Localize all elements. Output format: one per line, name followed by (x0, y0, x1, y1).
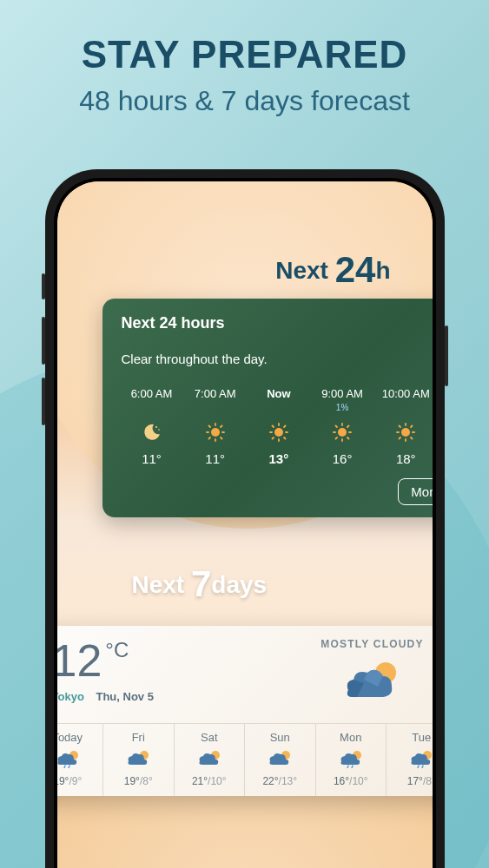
cloud-rain-icon (408, 749, 432, 768)
phone-button (42, 378, 45, 425)
svg-point-11 (274, 428, 283, 437)
label-prefix: Next (132, 571, 191, 598)
date-label: Thu, Nov 5 (96, 690, 153, 703)
svg-line-59 (422, 766, 423, 768)
hero-title: STAY PREPARED (0, 0, 489, 76)
cloud-sun-icon (338, 657, 407, 709)
hour-temp: 16° (333, 451, 353, 466)
svg-point-0 (155, 426, 157, 428)
svg-point-1 (158, 429, 160, 431)
card-title: Next 24 hours (122, 314, 433, 332)
phone-button (445, 326, 448, 386)
hour-column[interactable]: Now13° (248, 387, 309, 466)
city-label: Tokyo (57, 690, 84, 703)
temp-value: 12 (57, 635, 102, 686)
svg-point-20 (338, 428, 347, 437)
svg-line-27 (336, 437, 338, 439)
precip-pct: 1% (336, 403, 348, 413)
next-7days-heading: Next 7days (132, 563, 268, 605)
location-row: Tokyo Thu, Nov 5 (57, 690, 307, 703)
day-temp: 17°/8° (387, 775, 433, 787)
moon-icon (142, 422, 162, 443)
svg-line-26 (347, 437, 349, 439)
day-column[interactable]: Mon16°/10° (316, 724, 387, 796)
svg-line-36 (400, 437, 401, 439)
hour-column[interactable]: 7:00 AM11° (185, 387, 246, 466)
svg-line-50 (69, 766, 69, 768)
day-temp: 19°/9° (57, 775, 103, 787)
current-temperature: 12°C (57, 638, 307, 683)
svg-line-56 (352, 766, 353, 768)
next-24h-heading: Next 24h (275, 249, 390, 291)
svg-line-35 (411, 437, 413, 439)
svg-line-9 (208, 437, 210, 439)
daily-forecast-card[interactable]: 12°C Tokyo Thu, Nov 5 MOSTLY CLOUDY (57, 626, 433, 796)
svg-line-55 (347, 766, 348, 768)
cloud-sun-icon (196, 749, 222, 768)
svg-line-19 (284, 426, 286, 428)
cloud-rain-icon (338, 749, 364, 768)
day-name: Today (57, 731, 103, 744)
more-detail-button[interactable]: More detail > (398, 478, 432, 505)
phone-button (42, 273, 45, 299)
label-suffix: days (211, 571, 267, 598)
svg-line-7 (208, 426, 210, 428)
day-name: Fri (103, 731, 174, 744)
day-column[interactable]: Sat21°/10° (175, 724, 246, 796)
label-number: 7 (191, 563, 211, 604)
temp-unit: °C (105, 638, 129, 661)
phone-frame: Next 24h Next 24 hours Clear throughout … (45, 169, 445, 868)
sun-icon (332, 422, 353, 443)
day-temp: 22°/13° (245, 775, 315, 787)
hour-column[interactable]: 9:00 AM1%16° (312, 387, 373, 466)
svg-point-2 (211, 428, 220, 437)
label-number: 24 (335, 249, 376, 290)
hour-time: 6:00 AM (131, 387, 173, 401)
svg-line-17 (284, 437, 286, 439)
hourly-row: 6:00 AM11°7:00 AM11°Now13°9:00 AM1%16°10… (122, 387, 433, 466)
day-name: Sun (245, 731, 315, 744)
day-name: Sat (175, 731, 245, 744)
day-temp: 16°/10° (316, 775, 387, 787)
hour-temp: 13° (269, 451, 289, 466)
cloud-sun-icon (125, 749, 151, 768)
day-temp: 21°/10° (175, 775, 245, 787)
svg-line-16 (272, 426, 274, 428)
hour-column[interactable]: 6:00 AM11° (122, 387, 182, 466)
hour-temp: 11° (142, 451, 162, 466)
condition-label: MOSTLY CLOUDY (307, 638, 433, 650)
cloud-sun-icon (267, 749, 293, 768)
svg-line-58 (418, 766, 419, 768)
day-name: Mon (316, 731, 387, 744)
hour-time: 9:00 AM (321, 387, 363, 401)
svg-line-10 (221, 426, 222, 428)
sun-icon (268, 422, 289, 443)
phone-screen: Next 24h Next 24 hours Clear throughout … (57, 181, 433, 868)
svg-line-34 (400, 426, 401, 428)
label-prefix: Next (275, 257, 334, 284)
day-column[interactable]: Tue17°/8° (387, 724, 433, 796)
hourly-forecast-card[interactable]: Next 24 hours Clear throughout the day. … (102, 299, 433, 517)
sun-icon (205, 422, 226, 443)
hour-temp: 11° (205, 451, 225, 466)
day-temp: 19°/8° (103, 775, 174, 787)
day-column[interactable]: Fri19°/8° (103, 724, 175, 796)
cloud-rain-icon (57, 749, 81, 768)
sun-icon (395, 422, 416, 443)
hour-column[interactable]: 10:00 AM18° (375, 387, 432, 466)
hour-time: Now (267, 387, 290, 401)
svg-line-28 (347, 426, 349, 428)
day-column[interactable]: Today19°/9° (57, 724, 104, 796)
daily-row: Today19°/9°Fri19°/8°Sat21°/10°Sun22°/13°… (57, 723, 433, 796)
hour-temp: 18° (396, 451, 416, 466)
svg-line-18 (272, 437, 274, 439)
forecast-summary: Clear throughout the day. (122, 352, 433, 366)
label-suffix: h (375, 257, 390, 284)
phone-button (42, 317, 45, 365)
svg-line-49 (64, 766, 65, 768)
hero-subtitle: 48 hours & 7 days forecast (0, 85, 489, 117)
day-column[interactable]: Sun22°/13° (245, 724, 316, 796)
svg-line-37 (411, 426, 413, 428)
day-name: Tue (387, 731, 433, 744)
hour-time: 10:00 AM (382, 387, 430, 401)
